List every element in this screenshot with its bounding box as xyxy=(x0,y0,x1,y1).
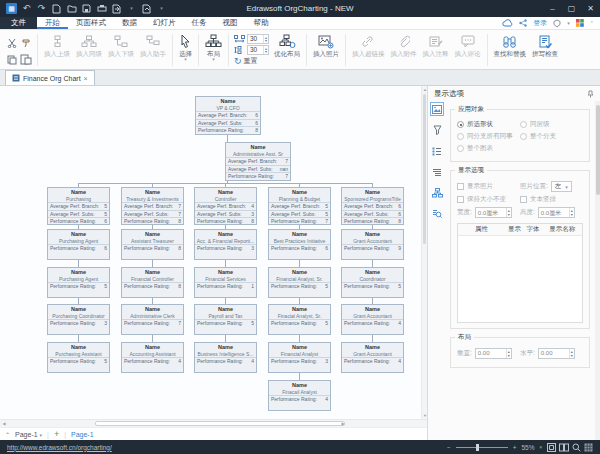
canvas[interactable]: NameVP & CFOAverage Perf. Branch:6Averag… xyxy=(0,86,427,419)
org-node[interactable]: NameBusiness Intelligence S...Performanc… xyxy=(194,342,257,373)
radio-same-level[interactable]: 同层级 xyxy=(520,120,583,129)
attribute-table[interactable]: 属性 显示 字体 显示名称 xyxy=(457,223,583,323)
vertical-stepper[interactable]: 0.00▴▾ xyxy=(475,348,512,359)
horizontal-spacing-stepper[interactable]: 30▴▾ xyxy=(247,34,269,44)
org-node[interactable]: NamePurchasingAverage Perf. Branch:5Aver… xyxy=(47,187,110,225)
qat-customize-caret[interactable]: ▾ xyxy=(156,3,167,14)
width-stepper[interactable]: 0.0厘米▴▾ xyxy=(475,207,512,218)
zoom-level[interactable]: 55% xyxy=(521,444,534,451)
org-node[interactable]: NamePlanning & BudgetAverage Perf. Branc… xyxy=(268,187,331,225)
org-node[interactable]: NameCoordinatorPerformance Rating:5 xyxy=(341,267,404,298)
fit-window-icon[interactable] xyxy=(547,443,556,452)
scroll-left-arrow[interactable]: ◀ xyxy=(0,420,8,428)
zoom-dropdown-caret[interactable]: ▾ xyxy=(539,444,542,450)
page-layout-icon[interactable] xyxy=(559,443,569,452)
add-page-button[interactable]: + xyxy=(54,430,59,439)
insert-photo-button[interactable]: 插入照片 xyxy=(310,32,342,68)
radio-selected-shapes[interactable]: 所选形状 xyxy=(457,120,520,129)
checkbox-keep-size[interactable]: 保持大小不变 xyxy=(457,195,520,204)
org-node[interactable]: NameFinancial ServicesPerformance Rating… xyxy=(194,267,257,298)
org-node[interactable]: NameTreasury & InvestmentsAverage Perf. … xyxy=(121,187,184,225)
insert-comment-button[interactable]: 插入评论 xyxy=(452,32,484,68)
grid-view-icon[interactable] xyxy=(584,443,593,452)
undo-icon[interactable]: ↶ xyxy=(21,3,32,14)
horizontal-scroll-thumb[interactable] xyxy=(95,421,345,426)
page-selector[interactable]: Page-1 ▾ xyxy=(15,431,42,438)
panel-scrollbar[interactable] xyxy=(595,101,600,440)
panel-scroll-thumb[interactable] xyxy=(596,105,600,195)
theme-color-icon[interactable] xyxy=(576,19,584,27)
radio-branch-peers[interactable]: 同分支所有同事 xyxy=(457,132,520,141)
cut-icon[interactable] xyxy=(7,38,17,48)
outline-panel-tab[interactable] xyxy=(430,165,444,179)
org-node[interactable]: NameGrant AccountantPerformance Rating:9 xyxy=(341,229,404,260)
photo-position-select[interactable]: 左▾ xyxy=(551,181,572,192)
copy-icon[interactable] xyxy=(7,55,17,65)
optimize-layout-button[interactable]: 优化布局 xyxy=(271,32,303,68)
vertical-spacing-stepper[interactable]: 30▴▾ xyxy=(247,45,269,55)
collapse-pages-icon[interactable]: ⌃ xyxy=(5,431,10,438)
open-folder-icon[interactable] xyxy=(66,3,77,14)
rewards-icon[interactable] xyxy=(553,19,561,28)
scroll-up-arrow[interactable]: ▲ xyxy=(422,86,427,93)
insert-sibling-button[interactable]: 插入同级 xyxy=(73,32,105,68)
select-button[interactable]: 选择 ▾ xyxy=(176,32,195,68)
new-document-icon[interactable] xyxy=(51,3,62,14)
tab-close-icon[interactable]: × xyxy=(84,75,88,82)
zoom-slider-thumb[interactable] xyxy=(476,444,479,451)
insert-hyperlink-button[interactable]: 插入超链接 xyxy=(349,32,388,68)
publish-icon[interactable] xyxy=(141,3,152,14)
horizontal-scrollbar[interactable]: ◀ ▶ xyxy=(0,419,427,427)
redo-icon[interactable]: ↷ xyxy=(36,3,47,14)
org-node[interactable]: NameVP & CFOAverage Perf. Branch:6Averag… xyxy=(195,96,261,135)
paste-icon[interactable]: ▾ xyxy=(20,54,32,65)
menu-home[interactable]: 开始 xyxy=(37,17,68,29)
org-node[interactable]: NamePurchasing AssistantPerformance Rati… xyxy=(47,342,110,373)
org-node[interactable]: NameFinancial AnalystPerformance Rating:… xyxy=(268,342,331,373)
checkbox-vertical-text[interactable]: 文本竖排 xyxy=(520,195,583,204)
website-link[interactable]: http://www.edrawsoft.cn/orgcharting/ xyxy=(7,444,112,451)
height-stepper[interactable]: 0.0厘米▴▾ xyxy=(538,207,575,218)
insert-child-button[interactable]: 插入下级 xyxy=(105,32,137,68)
format-painter-icon[interactable] xyxy=(21,38,31,48)
menu-help[interactable]: 帮助 xyxy=(246,17,277,29)
reset-spacing-button[interactable]: ↻ 重置 xyxy=(234,56,269,66)
menu-file[interactable]: 文件 xyxy=(0,17,37,29)
zoom-out-icon[interactable]: − xyxy=(447,444,451,451)
scroll-down-arrow[interactable]: ▼ xyxy=(422,412,427,419)
org-node[interactable]: NameAssistant TreasurerPerformance Ratin… xyxy=(121,229,184,260)
search-panel-tab[interactable] xyxy=(430,207,444,221)
org-node[interactable]: NameControllerAverage Perf. Branch:4Aver… xyxy=(194,187,257,225)
menu-slides[interactable]: 幻灯片 xyxy=(145,17,184,29)
login-link[interactable]: 登录 xyxy=(533,18,547,28)
insert-note-button[interactable]: 插入注释 xyxy=(420,32,452,68)
display-panel-tab[interactable] xyxy=(430,102,444,116)
horizontal-stepper[interactable]: 0.00▴▾ xyxy=(538,348,575,359)
maximize-button[interactable]: ▢ xyxy=(562,0,581,17)
print-icon[interactable] xyxy=(96,3,107,14)
org-node[interactable]: NameGrant AccountantPerformance Rating:4 xyxy=(341,304,404,335)
scroll-right-arrow[interactable]: ▶ xyxy=(339,420,347,428)
insert-parent-button[interactable]: 插入上级 xyxy=(41,32,73,68)
org-node[interactable]: NameBest Practices InitiativePerformance… xyxy=(268,229,331,260)
zoom-in-icon[interactable]: + xyxy=(513,444,517,451)
zoom-slider[interactable] xyxy=(456,447,508,448)
save-icon[interactable] xyxy=(81,3,92,14)
org-node[interactable]: NamePurchasing CoordinatorPerformance Ra… xyxy=(47,304,110,335)
org-node[interactable]: NameFinacail AnalystPerformance Rating:4 xyxy=(268,380,331,411)
org-node[interactable]: NamePurchasing AgentPerformance Rating:5 xyxy=(47,267,110,298)
export-icon[interactable] xyxy=(111,3,122,14)
layout-button[interactable]: 布局 ▾ xyxy=(202,32,225,68)
find-replace-button[interactable]: 查找和替换 xyxy=(491,32,530,68)
close-button[interactable]: ✕ xyxy=(581,0,600,17)
zoom-search-icon[interactable] xyxy=(572,443,581,452)
org-node[interactable]: NameAdministrative Asst. SrAverage Perf.… xyxy=(225,142,291,181)
vertical-scroll-thumb[interactable] xyxy=(423,94,426,244)
radio-whole-branch[interactable]: 整个分支 xyxy=(520,132,583,141)
menu-tasks[interactable]: 任务 xyxy=(184,17,215,29)
rewards-dropdown-caret[interactable]: ▾ xyxy=(567,20,570,26)
checkbox-show-photo[interactable]: 显示照片 xyxy=(457,182,520,191)
share-icon[interactable] xyxy=(519,19,527,27)
org-node[interactable]: NamePurchasing AgentPerformance Rating:6 xyxy=(47,229,110,260)
org-node[interactable]: NameFinancial ControllerPerformance Rati… xyxy=(121,267,184,298)
